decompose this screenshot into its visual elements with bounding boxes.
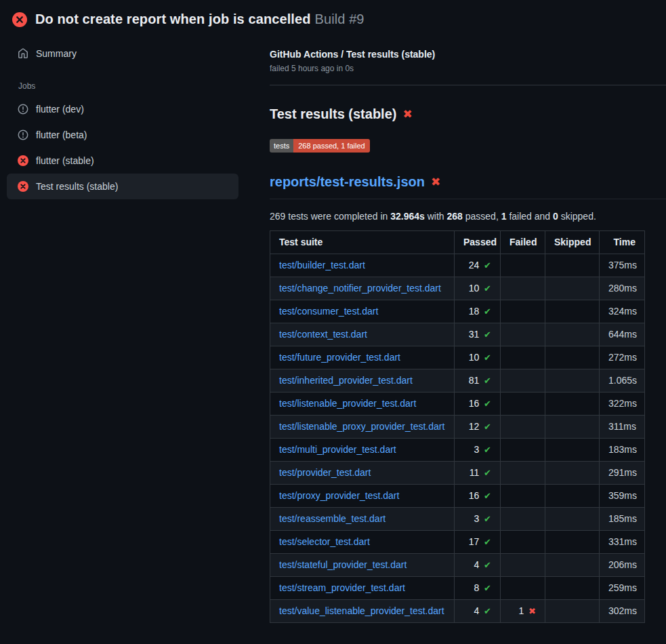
skipped-cell [545,554,600,577]
passed-cell: 17 ✔ [455,531,501,554]
table-row: test/selector_test.dart17 ✔331ms [270,531,645,554]
check-icon: ✔ [484,514,491,524]
x-circle-icon [18,155,28,166]
passed-cell: 16 ✔ [455,393,501,416]
suite-link[interactable]: test/consumer_test.dart [279,306,378,317]
suite-cell: test/builder_test.dart [270,254,455,277]
job-label: flutter (dev) [36,104,84,115]
suite-link[interactable]: test/stream_provider_test.dart [279,582,405,593]
suite-link[interactable]: test/proxy_provider_test.dart [279,490,399,501]
suite-link[interactable]: test/context_test.dart [279,329,367,340]
job-label: flutter (beta) [36,129,87,140]
check-icon: ✔ [484,537,491,547]
suite-link[interactable]: test/value_listenable_provider_test.dart [279,605,444,616]
check-icon: ✔ [484,606,491,616]
summary-line: 269 tests were completed in 32.964s with… [270,211,666,222]
sidebar-job-flutter-stable[interactable]: flutter (stable) [7,148,238,174]
job-label: flutter (stable) [36,155,94,166]
check-icon: ✔ [484,329,491,340]
results-table: Test suitePassedFailedSkippedTime test/b… [270,230,645,623]
passed-cell: 8 ✔ [455,577,501,600]
failed-cell [501,277,545,300]
summary-segment: 32.964s [390,211,425,222]
skipped-cell [545,346,600,369]
table-row: test/multi_provider_test.dart3 ✔183ms [270,439,645,462]
sidebar-job-flutter-dev[interactable]: flutter (dev) [7,96,238,122]
suite-link[interactable]: test/reassemble_test.dart [279,513,386,524]
table-row: test/stateful_provider_test.dart4 ✔206ms [270,554,645,577]
passed-cell: 24 ✔ [455,254,501,277]
summary-segment: 269 tests were completed in [270,211,390,222]
passed-cell: 81 ✔ [455,369,501,393]
table-row: test/builder_test.dart24 ✔375ms [270,254,645,277]
table-header-row: Test suitePassedFailedSkippedTime [270,231,645,254]
summary-segment: skipped. [558,211,596,222]
suite-link[interactable]: test/selector_test.dart [279,536,370,547]
skipped-cell [545,577,600,600]
summary-segment: with [425,211,447,222]
sidebar-job-flutter-beta[interactable]: flutter (beta) [7,122,238,148]
summary-segment: 0 [553,211,558,222]
time-cell: 185ms [600,508,645,531]
skipped-cell [545,508,600,531]
check-title-text: Test results (stable) [270,106,396,122]
skipped-cell [545,439,600,462]
suite-cell: test/context_test.dart [270,323,455,346]
check-icon: ✔ [484,399,491,409]
skipped-cell [545,369,600,393]
alert-circle-icon [18,104,28,115]
check-icon: ✔ [484,560,491,570]
suite-link[interactable]: test/listenable_proxy_provider_test.dart [279,421,444,432]
suite-link[interactable]: test/stateful_provider_test.dart [279,559,407,570]
skipped-cell [545,300,600,323]
column-header-test-suite: Test suite [270,231,455,254]
layout: Summary Jobs flutter (dev)flutter (beta)… [0,33,666,644]
skipped-cell [545,393,600,416]
jobs-section-label: Jobs [18,81,249,91]
suite-link[interactable]: test/inherited_provider_test.dart [279,375,413,386]
job-label: Test results (stable) [36,181,118,192]
check-icon: ✔ [484,583,491,593]
app-root: Do not create report when job is cancell… [0,0,666,644]
failed-cell [501,369,545,393]
run-title: Do not create report when job is cancell… [35,12,311,26]
suite-link[interactable]: test/listenable_provider_test.dart [279,398,416,409]
table-row: test/listenable_proxy_provider_test.dart… [270,416,645,439]
suite-link[interactable]: test/multi_provider_test.dart [279,444,396,455]
cross-icon: ✖ [431,176,440,188]
passed-cell: 10 ✔ [455,277,501,300]
run-meta: failed 5 hours ago in 0s [270,64,666,73]
suite-cell: test/stream_provider_test.dart [270,577,455,600]
passed-cell: 31 ✔ [455,323,501,346]
table-row: test/listenable_provider_test.dart16 ✔32… [270,393,645,416]
summary-segment: 268 [447,211,463,222]
suite-cell: test/future_provider_test.dart [270,346,455,369]
page-header: Do not create report when job is cancell… [0,0,666,33]
suite-link[interactable]: test/provider_test.dart [279,467,371,478]
suite-cell: test/listenable_provider_test.dart [270,393,455,416]
suite-link[interactable]: test/builder_test.dart [279,260,365,270]
failed-status-icon [12,12,27,27]
suite-link[interactable]: test/change_notifier_provider_test.dart [279,283,441,294]
check-icon: ✔ [484,491,491,501]
sidebar-job-test-results-stable[interactable]: Test results (stable) [7,174,238,199]
failed-cell [501,346,545,369]
report-link[interactable]: reports/test-results.json [270,174,425,190]
failed-cell [501,508,545,531]
passed-cell: 11 ✔ [455,462,501,485]
table-row: test/value_listenable_provider_test.dart… [270,600,645,623]
suite-cell: test/stateful_provider_test.dart [270,554,455,577]
skipped-cell [545,485,600,508]
suite-link[interactable]: test/future_provider_test.dart [279,352,400,363]
passed-cell: 3 ✔ [455,508,501,531]
jobs-list: flutter (dev)flutter (beta)flutter (stab… [0,96,249,199]
passed-cell: 16 ✔ [455,485,501,508]
sidebar-item-summary[interactable]: Summary [7,41,238,66]
skipped-cell [545,531,600,554]
failed-cell [501,554,545,577]
time-cell: 375ms [600,254,645,277]
time-cell: 272ms [600,346,645,369]
cross-icon: ✖ [402,108,412,120]
table-row: test/stream_provider_test.dart8 ✔259ms [270,577,645,600]
failed-cell [501,300,545,323]
